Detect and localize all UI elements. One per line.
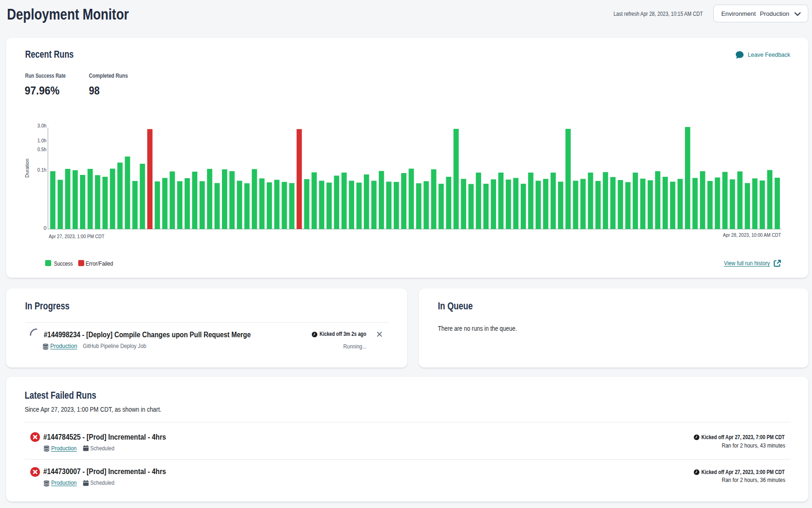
svg-text:0.1h: 0.1h [37, 167, 47, 173]
svg-text:3.0h: 3.0h [37, 123, 47, 128]
svg-text:Duration: Duration [24, 159, 30, 178]
svg-text:Apr 27, 2023, 1:00 PM CDT: Apr 27, 2023, 1:00 PM CDT [49, 234, 105, 239]
svg-text:Apr 28, 2023, 10:00 AM CDT: Apr 28, 2023, 10:00 AM CDT [723, 232, 781, 238]
svg-text:0.5h: 0.5h [37, 147, 47, 152]
svg-text:0: 0 [44, 225, 47, 231]
svg-text:1.0h: 1.0h [37, 138, 47, 143]
